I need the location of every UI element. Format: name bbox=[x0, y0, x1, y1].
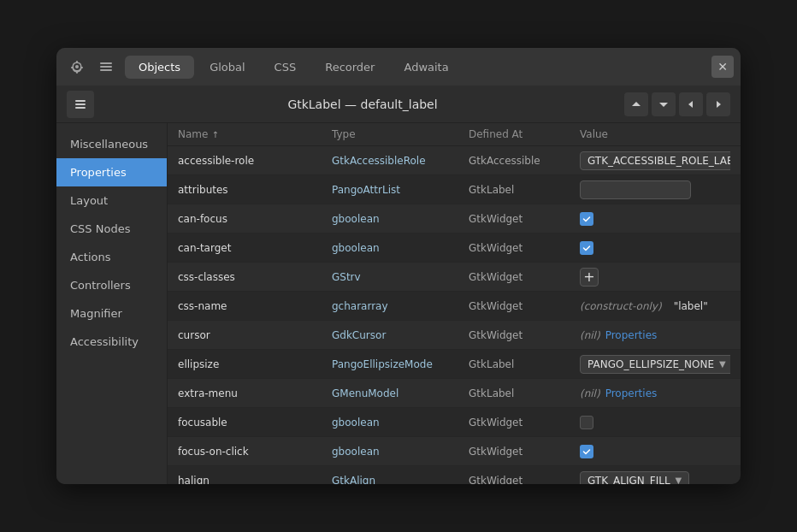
tab-adwaita[interactable]: Adwaita bbox=[390, 56, 462, 79]
cell-defined: GtkWidget bbox=[469, 446, 580, 458]
cell-value bbox=[580, 445, 730, 458]
cell-type: GtkAlign bbox=[332, 475, 469, 485]
header-value: Value bbox=[580, 128, 730, 140]
cell-value: (nil) Properties bbox=[580, 387, 730, 399]
table-row: extra-menu GMenuModel GtkLabel (nil) Pro… bbox=[168, 379, 741, 408]
cell-type: GdkCursor bbox=[332, 329, 469, 341]
svg-rect-0 bbox=[100, 62, 112, 64]
window-title: GtkLabel — default_label bbox=[101, 98, 624, 111]
title-bar: GtkLabel — default_label bbox=[56, 86, 741, 123]
cell-name: cursor bbox=[178, 329, 332, 341]
cell-defined: GtkWidget bbox=[469, 213, 580, 225]
focus-on-click-checkbox[interactable] bbox=[580, 445, 593, 458]
sidebar-item-properties[interactable]: Properties bbox=[56, 158, 167, 186]
cell-name: focus-on-click bbox=[178, 446, 332, 458]
tab-global[interactable]: Global bbox=[196, 56, 258, 79]
cell-type: GMenuModel bbox=[332, 387, 469, 399]
sidebar-item-accessibility[interactable]: Accessibility bbox=[56, 328, 167, 356]
cell-value: + bbox=[580, 268, 730, 287]
cursor-nil-label: (nil) bbox=[580, 329, 600, 341]
css-classes-add-button[interactable]: + bbox=[580, 268, 599, 287]
cell-value bbox=[580, 180, 730, 199]
attributes-input[interactable] bbox=[580, 180, 691, 199]
sidebar-item-layout[interactable]: Layout bbox=[56, 186, 167, 215]
tab-css[interactable]: CSS bbox=[261, 56, 310, 79]
sidebar-item-magnifier[interactable]: Magnifier bbox=[56, 299, 167, 328]
header-name: Name ↑ bbox=[178, 128, 332, 140]
nav-forward-button[interactable] bbox=[706, 92, 730, 116]
table-body: accessible-role GtkAccessibleRole GtkAcc… bbox=[168, 146, 741, 484]
cell-value: GTK_ACCESSIBLE_ROLE_LABEL ▼ bbox=[580, 151, 730, 170]
sidebar-item-controllers[interactable]: Controllers bbox=[56, 271, 167, 299]
sidebar-item-css-nodes[interactable]: CSS Nodes bbox=[56, 215, 167, 243]
cell-value bbox=[580, 241, 730, 255]
header-type: Type bbox=[332, 128, 469, 140]
cell-value: GTK_ALIGN_FILL ▼ bbox=[580, 471, 730, 485]
svg-rect-5 bbox=[75, 107, 86, 109]
cursor-properties-link[interactable]: Properties bbox=[605, 329, 658, 341]
focusable-checkbox[interactable] bbox=[580, 416, 593, 429]
cell-value bbox=[580, 416, 730, 429]
cell-name: css-name bbox=[178, 300, 332, 312]
cell-name: halign bbox=[178, 475, 332, 485]
extra-menu-nil-label: (nil) bbox=[580, 387, 600, 399]
sidebar-item-miscellaneous[interactable]: Miscellaneous bbox=[56, 130, 167, 158]
table-row: css-classes GStrv GtkWidget + bbox=[168, 263, 741, 292]
hamburger-button[interactable] bbox=[67, 91, 94, 118]
table-row: ellipsize PangoEllipsizeMode GtkLabel PA… bbox=[168, 350, 741, 379]
cell-defined: GtkLabel bbox=[469, 358, 580, 370]
table-row: focusable gboolean GtkWidget bbox=[168, 408, 741, 437]
cell-value: (nil) Properties bbox=[580, 329, 730, 341]
sort-arrow-icon: ↑ bbox=[211, 130, 218, 139]
nav-down-button[interactable] bbox=[652, 92, 676, 116]
can-target-checkbox[interactable] bbox=[580, 241, 593, 255]
cell-defined: GtkWidget bbox=[469, 417, 580, 429]
cell-defined: GtkWidget bbox=[469, 242, 580, 254]
cell-value: (construct-only) "label" bbox=[580, 300, 730, 312]
sidebar-item-actions[interactable]: Actions bbox=[56, 243, 167, 271]
table-row: halign GtkAlign GtkWidget GTK_ALIGN_FILL… bbox=[168, 466, 741, 484]
table-row: focus-on-click gboolean GtkWidget bbox=[168, 437, 741, 466]
cell-defined: GtkWidget bbox=[469, 329, 580, 341]
extra-menu-properties-link[interactable]: Properties bbox=[605, 387, 658, 399]
table-row: attributes PangoAttrList GtkLabel bbox=[168, 175, 741, 204]
tab-bar: Objects Global CSS Recorder Adwaita ✕ bbox=[56, 48, 741, 86]
navigation-buttons bbox=[624, 92, 730, 116]
cell-defined: GtkWidget bbox=[469, 271, 580, 283]
cell-name: can-focus bbox=[178, 213, 332, 225]
main-content: Miscellaneous Properties Layout CSS Node… bbox=[56, 123, 741, 484]
close-button[interactable]: ✕ bbox=[711, 56, 734, 78]
table-header: Name ↑ Type Defined At Value bbox=[168, 123, 741, 146]
cell-value bbox=[580, 212, 730, 226]
cell-type: gchararray bbox=[332, 300, 469, 312]
nav-back-button[interactable] bbox=[679, 92, 703, 116]
cell-defined: GtkAccessible bbox=[469, 155, 580, 167]
ellipsize-dropdown[interactable]: PANGO_ELLIPSIZE_NONE ▼ bbox=[580, 355, 730, 374]
cell-name: can-target bbox=[178, 242, 332, 254]
cell-type: GStrv bbox=[332, 271, 469, 283]
cell-type: GtkAccessibleRole bbox=[332, 155, 469, 167]
cell-type: gboolean bbox=[332, 417, 469, 429]
svg-rect-3 bbox=[75, 100, 86, 102]
cell-defined: GtkWidget bbox=[469, 300, 580, 312]
gear-icon[interactable] bbox=[63, 53, 91, 80]
cell-type: PangoAttrList bbox=[332, 184, 469, 196]
table-row: cursor GdkCursor GtkWidget (nil) Propert… bbox=[168, 321, 741, 350]
halign-dropdown[interactable]: GTK_ALIGN_FILL ▼ bbox=[580, 471, 689, 485]
header-defined-at: Defined At bbox=[469, 128, 580, 140]
accessible-role-dropdown[interactable]: GTK_ACCESSIBLE_ROLE_LABEL ▼ bbox=[580, 151, 730, 170]
main-window: Objects Global CSS Recorder Adwaita ✕ Gt… bbox=[56, 48, 741, 484]
construct-only-label: (construct-only) bbox=[580, 300, 662, 312]
cell-defined: GtkLabel bbox=[469, 387, 580, 399]
cell-defined: GtkLabel bbox=[469, 184, 580, 196]
tab-recorder[interactable]: Recorder bbox=[311, 56, 388, 79]
cell-type: gboolean bbox=[332, 213, 469, 225]
cell-name: focusable bbox=[178, 417, 332, 429]
table-row: can-focus gboolean GtkWidget bbox=[168, 204, 741, 233]
list-icon[interactable] bbox=[92, 53, 120, 80]
nav-up-button[interactable] bbox=[624, 92, 648, 116]
tab-objects[interactable]: Objects bbox=[125, 56, 194, 79]
svg-rect-1 bbox=[100, 66, 112, 68]
can-focus-checkbox[interactable] bbox=[580, 212, 593, 226]
dropdown-arrow-icon: ▼ bbox=[719, 359, 726, 369]
